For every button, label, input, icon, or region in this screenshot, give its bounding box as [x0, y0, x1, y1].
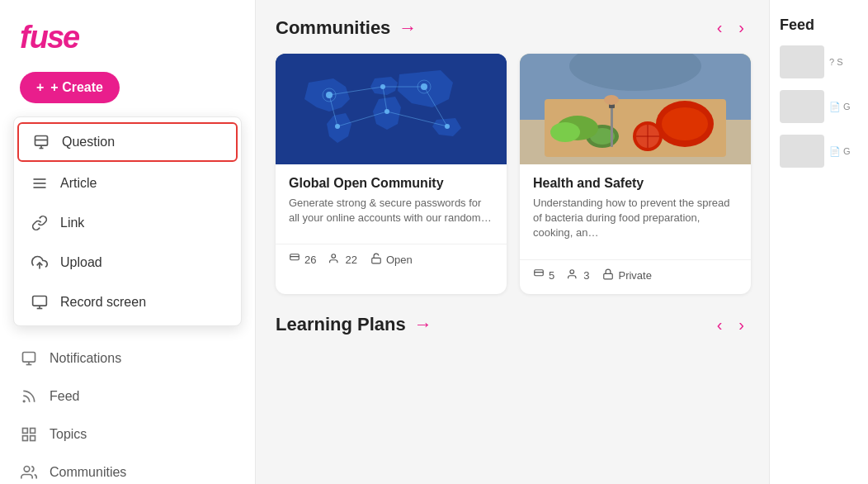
sidebar-item-topics[interactable]: Topics: [7, 415, 248, 453]
feed-meta-icon-2: 📄: [829, 102, 841, 112]
feed-thumb-3: [780, 135, 824, 168]
svg-rect-8: [33, 297, 47, 306]
communities-section-header: Communities → ‹ ›: [276, 17, 749, 39]
svg-point-57: [604, 95, 619, 105]
main-content: Communities → ‹ ›: [256, 0, 769, 484]
sidebar-item-feed[interactable]: Feed: [7, 377, 248, 415]
hs-posts-icon: [533, 268, 545, 282]
learning-plans-title-arrow[interactable]: →: [414, 314, 432, 335]
communities-title-text: Communities: [276, 17, 390, 39]
open-lock-icon: [370, 253, 382, 267]
health-safety-card-desc: Understanding how to prevent the spread …: [533, 196, 738, 241]
global-open-members-stat: 22: [329, 253, 356, 267]
global-open-card-desc: Generate strong & secure passwords for a…: [289, 196, 493, 225]
question-label: Question: [62, 135, 115, 149]
global-open-posts-stat: 26: [289, 253, 316, 267]
feed-item-1[interactable]: ? S: [780, 45, 858, 78]
svg-point-46: [662, 107, 708, 140]
global-open-card-body: Global Open Community Generate strong & …: [276, 164, 507, 237]
topics-icon: [20, 425, 38, 444]
logo: fuse: [0, 13, 255, 72]
health-safety-access-stat: Private: [602, 268, 651, 282]
article-icon: [31, 174, 49, 192]
svg-point-14: [23, 401, 25, 402]
svg-rect-0: [35, 136, 48, 146]
learning-plans-next-arrow[interactable]: ›: [734, 314, 749, 336]
dropdown-item-article[interactable]: Article: [14, 164, 241, 203]
global-open-card-footer: 26 22: [276, 244, 507, 278]
learning-plans-section-header: Learning Plans → ‹ ›: [276, 314, 749, 336]
upload-label: Upload: [60, 255, 102, 270]
create-button[interactable]: + + Create: [20, 72, 120, 103]
logo-text: fuse: [20, 20, 78, 55]
global-open-access-label: Open: [386, 254, 413, 266]
sidebar: fuse + + Create Question: [0, 0, 256, 484]
record-screen-label: Record screen: [60, 295, 146, 310]
question-icon: [32, 133, 50, 151]
community-card-global-open[interactable]: Global Open Community Generate strong & …: [276, 54, 507, 294]
upload-icon: [31, 254, 49, 272]
svg-rect-16: [31, 429, 35, 434]
feed-thumb-1: [780, 45, 824, 78]
health-safety-card-body: Health and Safety Understanding how to p…: [520, 164, 751, 253]
feed-icon: [20, 387, 38, 406]
sidebar-item-communities[interactable]: Communities: [7, 453, 248, 484]
communities-section-title: Communities →: [276, 17, 417, 39]
global-open-posts-count: 26: [304, 254, 316, 266]
health-safety-access-label: Private: [618, 269, 651, 282]
svg-rect-61: [604, 273, 613, 278]
svg-point-30: [421, 83, 427, 90]
svg-point-54: [550, 122, 580, 142]
topics-label: Topics: [50, 427, 87, 442]
posts-icon: [289, 253, 300, 267]
hs-members-icon: [568, 268, 579, 282]
svg-point-31: [335, 124, 340, 129]
feed-meta-2: 📄 G: [829, 102, 851, 112]
communities-next-arrow[interactable]: ›: [734, 17, 749, 39]
svg-rect-11: [23, 353, 35, 363]
feed-item-2[interactable]: 📄 G: [780, 90, 858, 123]
feed-label: Feed: [50, 389, 79, 404]
feed-meta-text-2: G: [843, 102, 851, 112]
record-screen-icon: [31, 293, 49, 311]
feed-meta-icon-1: ?: [829, 57, 834, 67]
communities-title-arrow[interactable]: →: [399, 17, 417, 39]
svg-point-33: [445, 124, 450, 129]
learning-plans-prev-arrow[interactable]: ‹: [712, 314, 728, 336]
plus-icon: +: [36, 80, 44, 95]
link-label: Link: [60, 216, 84, 230]
svg-point-32: [384, 109, 389, 114]
notifications-icon: [20, 349, 38, 368]
notifications-label: Notifications: [50, 351, 121, 366]
svg-point-19: [24, 467, 30, 472]
learning-plans-title-text: Learning Plans: [276, 314, 406, 335]
members-icon: [329, 253, 341, 267]
community-card-health-safety[interactable]: Health and Safety Understanding how to p…: [520, 54, 751, 294]
feed-meta-3: 📄 G: [829, 146, 851, 157]
dropdown-item-upload[interactable]: Upload: [14, 243, 241, 282]
svg-point-28: [326, 92, 333, 98]
global-open-members-count: 22: [345, 254, 356, 266]
link-icon: [31, 214, 49, 232]
dropdown-item-question[interactable]: Question: [17, 122, 238, 162]
svg-point-60: [570, 269, 574, 273]
feed-item-3[interactable]: 📄 G: [780, 135, 858, 168]
svg-rect-18: [23, 436, 28, 441]
svg-rect-55: [611, 102, 613, 147]
health-safety-card-footer: 5 3: [520, 259, 751, 294]
learning-plans-nav-arrows: ‹ ›: [712, 314, 749, 336]
dropdown-item-record-screen[interactable]: Record screen: [14, 282, 241, 322]
global-open-access-stat: Open: [370, 253, 413, 267]
create-button-label: + Create: [50, 80, 103, 95]
communities-prev-arrow[interactable]: ‹: [712, 17, 728, 39]
svg-point-38: [332, 254, 336, 259]
feed-meta-text-1: S: [837, 57, 842, 67]
dropdown-item-link[interactable]: Link: [14, 203, 241, 243]
feed-thumb-2: [780, 90, 824, 123]
private-lock-icon: [602, 268, 614, 282]
health-safety-card-title: Health and Safety: [533, 176, 738, 191]
communities-icon: [20, 463, 38, 482]
right-panel: Feed ? S 📄 G 📄 G: [769, 0, 868, 484]
sidebar-item-notifications[interactable]: Notifications: [7, 339, 248, 377]
sidebar-nav: Notifications Feed Topics: [0, 339, 255, 484]
